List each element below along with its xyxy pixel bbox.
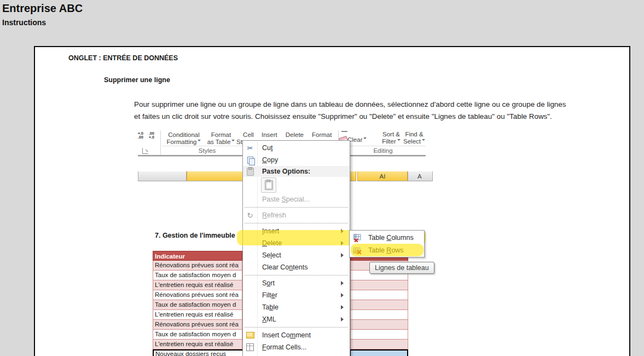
context-menu-item-copy[interactable]: Copy bbox=[243, 154, 350, 166]
context-menu-item-insert-comment[interactable]: Insert Comment bbox=[243, 329, 350, 341]
copy-icon bbox=[243, 157, 257, 164]
table-row[interactable]: Taux de satisfaction moyen d bbox=[153, 271, 242, 280]
cut-icon: ✂ bbox=[243, 145, 257, 152]
table-row[interactable]: Rénovations prévues sont réa bbox=[153, 320, 242, 330]
submenu-arrow-icon bbox=[341, 253, 346, 257]
table-rows-highlight-marker bbox=[351, 244, 423, 256]
paste-icon bbox=[247, 168, 254, 176]
context-menu-item-refresh: ↻Refresh bbox=[243, 209, 350, 221]
menu-separator bbox=[243, 205, 350, 209]
refresh-icon: ↻ bbox=[247, 212, 253, 219]
submenu-arrow-icon bbox=[341, 317, 346, 321]
tooltip: Lignes de tableau bbox=[369, 262, 434, 274]
paste-options-row bbox=[243, 177, 350, 193]
table-row[interactable]: L'entretien requis est réalisé bbox=[153, 280, 242, 290]
doc-body-line: Pour supprimer une ligne ou un groupe de… bbox=[134, 99, 566, 111]
format-as-table-button[interactable]: Format as Table bbox=[205, 131, 237, 146]
submenu-item-table-columns[interactable]: Table Columns bbox=[350, 231, 424, 244]
context-menu-item-select[interactable]: Select bbox=[243, 249, 350, 261]
context-menu-item-pick-from-drop-down-list[interactable]: Pick From Drop-down List... bbox=[243, 353, 350, 356]
table-row[interactable]: Taux de satisfaction moyen d bbox=[153, 330, 242, 340]
menu-separator bbox=[243, 325, 350, 329]
menu-item-label: Paste Options: bbox=[262, 168, 310, 175]
submenu-arrow-icon bbox=[341, 281, 346, 285]
table-rows-right bbox=[350, 261, 408, 349]
context-menu-item-filter[interactable]: Filter bbox=[243, 289, 350, 301]
table-row-right[interactable] bbox=[350, 330, 408, 340]
menu-item-label: Format Cells... bbox=[262, 343, 306, 351]
menu-item-label: Filter bbox=[262, 291, 277, 299]
table-rows-left: Rénovations prévues sont réaTaux de sati… bbox=[153, 261, 242, 349]
context-menu: ✂CutCopyPaste Options:Paste Special...↻R… bbox=[242, 140, 350, 356]
page-subtitle: Instructions bbox=[2, 18, 46, 27]
context-menu-item-sort[interactable]: Sort bbox=[243, 277, 350, 289]
clear-button[interactable]: Clear bbox=[347, 136, 367, 143]
submenu-arrow-icon bbox=[341, 293, 346, 297]
context-menu-item-cut[interactable]: ✂Cut bbox=[243, 142, 350, 154]
menu-item-label: Table bbox=[262, 303, 279, 311]
table-header-cell[interactable]: Indicateur bbox=[153, 251, 242, 261]
comment-icon bbox=[246, 332, 254, 338]
context-menu-item-table[interactable]: Table bbox=[243, 301, 350, 313]
paste-icon bbox=[243, 168, 257, 176]
decrease-decimal-icon[interactable]: .00+.0 bbox=[149, 131, 154, 139]
data-table-left: Indicateur Rénovations prévues sont réaT… bbox=[153, 251, 242, 356]
cells-group-buttons: Insert Delete Format bbox=[262, 131, 332, 139]
copy-icon bbox=[247, 157, 253, 164]
page-title: Entreprise ABC bbox=[2, 2, 83, 15]
doc-body: Pour supprimer une ligne ou un groupe de… bbox=[134, 99, 566, 123]
table-row[interactable]: L'entretien requis est réalisé bbox=[153, 310, 242, 320]
submenu-item-label: Table Columns bbox=[368, 234, 414, 242]
table-row[interactable]: Taux de satisfaction moyen d bbox=[153, 300, 242, 310]
chevron-down-icon bbox=[422, 139, 425, 142]
dialog-launcher-icon[interactable]: ↘ bbox=[142, 148, 148, 154]
table-row-right[interactable] bbox=[350, 280, 408, 290]
table-row[interactable]: Rénovations prévues sont réa bbox=[153, 290, 242, 300]
selected-cell-blue[interactable] bbox=[350, 349, 408, 356]
insert-cells-button[interactable]: Insert bbox=[262, 131, 277, 139]
context-menu-item-paste-options: Paste Options: bbox=[243, 166, 350, 177]
format-cells-ribbon-button[interactable]: Format bbox=[312, 131, 332, 139]
context-menu-items: ✂CutCopyPaste Options:Paste Special...↻R… bbox=[243, 142, 350, 356]
context-menu-item-xml[interactable]: XML bbox=[243, 313, 350, 325]
menu-item-label: Copy bbox=[262, 156, 278, 164]
delete-cells-button[interactable]: Delete bbox=[286, 131, 304, 139]
table-row-right[interactable] bbox=[350, 310, 408, 320]
context-menu-item-clear-contents[interactable]: Clear Contents bbox=[243, 261, 350, 273]
styles-group-label: Styles bbox=[162, 147, 252, 154]
table-row[interactable]: Rénovations prévues sont réa bbox=[153, 261, 242, 271]
conditional-formatting-button[interactable]: Conditional Formatting bbox=[163, 131, 205, 146]
table-row-right[interactable] bbox=[350, 290, 408, 300]
table-row[interactable]: L'entretien requis est réalisé bbox=[153, 340, 242, 349]
format-cells-icon bbox=[246, 343, 254, 351]
chevron-down-icon bbox=[397, 139, 401, 142]
doc-body-line: et faites un clic droit sur votre souris… bbox=[134, 111, 566, 123]
menu-item-label: Refresh bbox=[262, 211, 286, 219]
editing-group-label: Editing bbox=[340, 147, 426, 154]
comment-icon bbox=[243, 332, 257, 338]
menu-separator bbox=[243, 273, 350, 277]
table-row-right[interactable] bbox=[350, 300, 408, 310]
paste-icon bbox=[265, 180, 273, 190]
column-header-unselected[interactable] bbox=[138, 171, 187, 181]
borders-icon bbox=[341, 131, 347, 132]
find-select-button[interactable]: Find & Select bbox=[401, 131, 427, 145]
doc-heading: ONGLET : ENTRÉE DE DONNÉES bbox=[68, 54, 178, 62]
context-menu-item-paste-special: Paste Special... bbox=[243, 193, 350, 205]
column-header-ai[interactable]: AI bbox=[357, 171, 408, 181]
column-header-partial[interactable]: A bbox=[408, 171, 433, 181]
menu-item-label: Sort bbox=[262, 279, 275, 287]
paste-button[interactable] bbox=[261, 177, 276, 193]
selected-table-row[interactable]: Nouveaux dossiers reçus bbox=[153, 349, 242, 356]
menu-item-label: Clear Contents bbox=[262, 263, 308, 271]
table-row-right[interactable] bbox=[350, 340, 408, 349]
screenshot-root: Entreprise ABC Instructions ONGLET : ENT… bbox=[0, 0, 644, 356]
section-title: 7. Gestion de l'immeuble bbox=[155, 232, 235, 239]
menu-item-label: Insert Comment bbox=[262, 331, 311, 339]
table-row-right[interactable] bbox=[350, 320, 408, 330]
doc-subheading: Supprimer une ligne bbox=[104, 76, 170, 84]
menu-item-label: Select bbox=[262, 251, 281, 259]
delete-table-columns-icon bbox=[350, 233, 365, 242]
increase-decimal-icon[interactable]: +.0.00 bbox=[138, 131, 143, 139]
context-menu-item-format-cells[interactable]: Format Cells... bbox=[243, 341, 350, 353]
